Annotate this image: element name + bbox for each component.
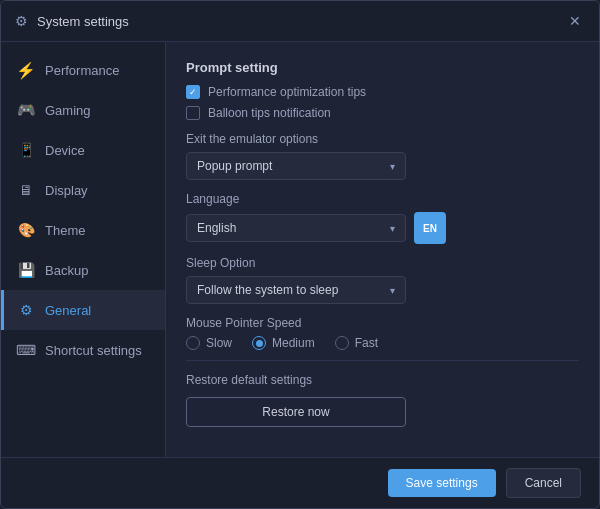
radio-medium-outer <box>252 336 266 350</box>
sidebar-label-device: Device <box>45 143 85 158</box>
mouse-speed-group: Slow Medium Fast <box>186 336 579 350</box>
mouse-speed-label: Mouse Pointer Speed <box>186 316 579 330</box>
exit-arrow-icon: ▾ <box>390 161 395 172</box>
sleep-value: Follow the system to sleep <box>197 283 338 297</box>
backup-icon: 💾 <box>17 261 35 279</box>
sidebar-item-shortcut[interactable]: ⌨ Shortcut settings <box>1 330 165 370</box>
close-button[interactable]: ✕ <box>563 9 587 33</box>
balloon-tips-row[interactable]: Balloon tips notification <box>186 106 579 120</box>
device-icon: 📱 <box>17 141 35 159</box>
restore-section-title: Restore default settings <box>186 373 579 387</box>
language-select[interactable]: English ▾ <box>186 214 406 242</box>
language-label: Language <box>186 192 579 206</box>
sidebar-item-performance[interactable]: ⚡ Performance <box>1 50 165 90</box>
display-icon: 🖥 <box>17 181 35 199</box>
sidebar: ⚡ Performance 🎮 Gaming 📱 Device 🖥 Displa… <box>1 42 166 457</box>
sidebar-label-backup: Backup <box>45 263 88 278</box>
title-bar-left: ⚙ System settings <box>13 13 129 29</box>
sleep-label: Sleep Option <box>186 256 579 270</box>
sidebar-item-backup[interactable]: 💾 Backup <box>1 250 165 290</box>
radio-slow-outer <box>186 336 200 350</box>
sidebar-label-general: General <box>45 303 91 318</box>
radio-slow-label: Slow <box>206 336 232 350</box>
title-bar: ⚙ System settings ✕ <box>1 1 599 42</box>
sidebar-item-device[interactable]: 📱 Device <box>1 130 165 170</box>
close-icon: ✕ <box>569 13 581 29</box>
performance-tips-row[interactable]: ✓ Performance optimization tips <box>186 85 579 99</box>
language-badge: EN <box>414 212 446 244</box>
prompt-section-title: Prompt setting <box>186 60 579 75</box>
sidebar-label-performance: Performance <box>45 63 119 78</box>
main-panel: Prompt setting ✓ Performance optimizatio… <box>166 42 599 457</box>
content-area: ⚡ Performance 🎮 Gaming 📱 Device 🖥 Displa… <box>1 42 599 457</box>
sidebar-label-shortcut: Shortcut settings <box>45 343 142 358</box>
system-settings-window: ⚙ System settings ✕ ⚡ Performance 🎮 Gami… <box>0 0 600 509</box>
sidebar-label-theme: Theme <box>45 223 85 238</box>
radio-fast-label: Fast <box>355 336 378 350</box>
cancel-button[interactable]: Cancel <box>506 468 581 498</box>
language-value: English <box>197 221 236 235</box>
sidebar-item-theme[interactable]: 🎨 Theme <box>1 210 165 250</box>
sidebar-item-display[interactable]: 🖥 Display <box>1 170 165 210</box>
radio-medium-dot <box>256 340 263 347</box>
performance-tips-label: Performance optimization tips <box>208 85 366 99</box>
save-settings-button[interactable]: Save settings <box>388 469 496 497</box>
shortcut-icon: ⌨ <box>17 341 35 359</box>
radio-fast[interactable]: Fast <box>335 336 378 350</box>
exit-value: Popup prompt <box>197 159 272 173</box>
radio-medium[interactable]: Medium <box>252 336 315 350</box>
language-arrow-icon: ▾ <box>390 223 395 234</box>
balloon-tips-checkbox[interactable] <box>186 106 200 120</box>
footer: Save settings Cancel <box>1 457 599 508</box>
restore-now-button[interactable]: Restore now <box>186 397 406 427</box>
sleep-arrow-icon: ▾ <box>390 285 395 296</box>
theme-icon: 🎨 <box>17 221 35 239</box>
sidebar-item-gaming[interactable]: 🎮 Gaming <box>1 90 165 130</box>
radio-fast-outer <box>335 336 349 350</box>
settings-icon: ⚙ <box>13 13 29 29</box>
check-icon: ✓ <box>189 88 197 97</box>
performance-tips-checkbox[interactable]: ✓ <box>186 85 200 99</box>
balloon-tips-label: Balloon tips notification <box>208 106 331 120</box>
divider <box>186 360 579 361</box>
radio-slow[interactable]: Slow <box>186 336 232 350</box>
sleep-select[interactable]: Follow the system to sleep ▾ <box>186 276 406 304</box>
exit-select[interactable]: Popup prompt ▾ <box>186 152 406 180</box>
exit-label: Exit the emulator options <box>186 132 579 146</box>
performance-icon: ⚡ <box>17 61 35 79</box>
radio-medium-label: Medium <box>272 336 315 350</box>
sidebar-label-gaming: Gaming <box>45 103 91 118</box>
language-row: English ▾ EN <box>186 212 579 244</box>
sidebar-item-general[interactable]: ⚙ General <box>1 290 165 330</box>
general-icon: ⚙ <box>17 301 35 319</box>
gaming-icon: 🎮 <box>17 101 35 119</box>
sidebar-label-display: Display <box>45 183 88 198</box>
window-title: System settings <box>37 14 129 29</box>
